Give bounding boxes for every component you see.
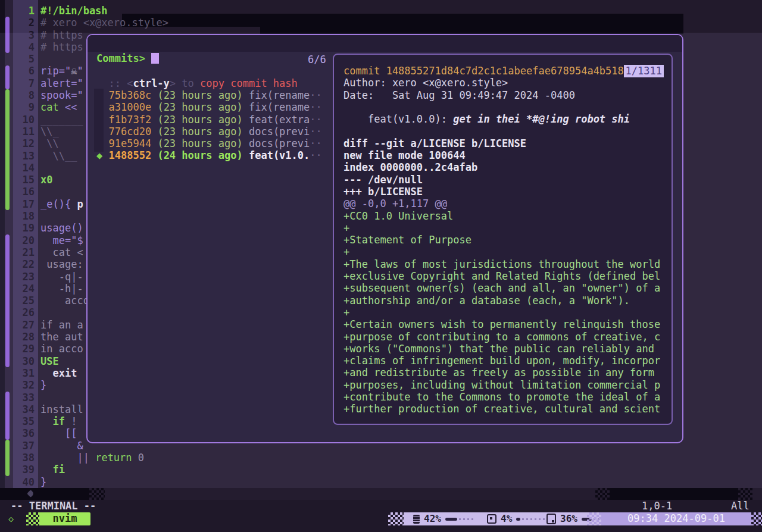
keybind-hint: ctrl-y — [133, 77, 169, 89]
scroll-position: All — [731, 500, 749, 512]
commit-preview-pane: commit 148855271d84c7d2c1c1abeefae678954… — [333, 54, 673, 425]
preview-token: new file mode 100644 — [343, 149, 466, 161]
commit-field: docs(previ — [249, 126, 310, 137]
commit-field: 776cd20 — [108, 126, 151, 137]
commit-row[interactable]: 776cd20 (23 hours ago) docs(previ·· — [96, 126, 329, 137]
commit-field — [151, 101, 157, 113]
commit-field: (24 hours ago) — [157, 149, 242, 161]
commit-row[interactable]: ◆ 1488552 (24 hours ago) feat(v1.0.·· — [96, 149, 329, 161]
commit-field: a31000e — [108, 101, 151, 113]
fzf-prompt[interactable]: Commits> — [96, 52, 159, 65]
cpu-bar — [516, 518, 545, 521]
preview-line: @@ -0,0 +1,117 @@ — [343, 198, 660, 209]
preview-token: +contribute to the Commons to promote th… — [343, 391, 660, 403]
commit-field: f1b73f2 — [108, 114, 151, 126]
keybind-hint: copy commit hash — [200, 77, 298, 89]
commit-row[interactable]: a31000e (23 hours ago) fix(rename·· — [96, 101, 329, 113]
commit-field: 91e5944 — [108, 137, 151, 149]
dither-edge — [388, 512, 404, 525]
preview-line: +++ b/LICENSE — [343, 186, 660, 198]
mem-value: 36% — [560, 513, 577, 525]
line-number: 2 — [13, 17, 35, 29]
preview-content: commit 148855271d84c7d2c1c1abeefae678954… — [343, 65, 660, 415]
commit-field: 75b368c — [108, 89, 151, 101]
commit-field: fix(rename — [249, 101, 310, 113]
terminal-screen: 1#!/bin/bash2# xero <x@xero.style>3# htt… — [0, 0, 762, 532]
commit-field: ·· — [310, 101, 321, 113]
tag-icon — [27, 490, 35, 497]
preview-line: +purpose of contributing to a commons of… — [343, 331, 660, 343]
preview-line — [343, 125, 660, 137]
preview-line: diff --git a/LICENSE b/LICENSE — [343, 137, 660, 149]
preview-token: +++ b/LICENSE — [343, 186, 423, 198]
ram-icon — [413, 515, 420, 524]
line-number: 1 — [13, 5, 35, 17]
preview-token: +CC0 1.0 Universal — [343, 210, 453, 222]
ruler-row: -- TERMINAL -- 1,0-1 All — [0, 500, 762, 512]
keybind-hint: > to — [170, 77, 200, 89]
commit-field: (23 hours ago) — [157, 137, 242, 149]
preview-line: +Certain owners wish to permanently reli… — [343, 318, 660, 330]
commit-field: docs(previ — [249, 137, 310, 149]
commit-field — [243, 89, 249, 101]
editor-line: 1#!/bin/bash — [0, 5, 762, 17]
preview-token: +purposes, including without limitation … — [343, 379, 660, 391]
commit-field: (23 hours ago) — [157, 101, 242, 113]
commit-field: (23 hours ago) — [157, 126, 242, 137]
preview-token: +Certain owners wish to permanently reli… — [343, 318, 660, 330]
preview-token: @@ -0,0 +1,117 @@ — [343, 198, 447, 209]
commit-field: (23 hours ago) — [157, 89, 242, 101]
preview-token: +Statement of Purpose — [343, 234, 471, 246]
keybind-hint: :: < — [96, 77, 133, 89]
fzf-match-counter: 6/6 — [308, 54, 326, 65]
preview-token: + — [343, 306, 349, 318]
preview-token: +purpose of contributing to a commons of… — [343, 331, 660, 343]
preview-line: new file mode 100644 — [343, 149, 660, 161]
preview-token: +and redistribute as freely as possible … — [343, 367, 654, 378]
preview-line: Author: xero <x@xero.style> — [343, 77, 660, 89]
commit-field — [151, 114, 157, 126]
cpu-value: 4% — [501, 513, 512, 525]
commit-field: fix(rename — [249, 89, 310, 101]
preview-line: + — [343, 246, 660, 258]
pointer-spacer — [96, 126, 108, 137]
editor-line: 2# xero <x@xero.style> — [0, 17, 762, 29]
preview-line: --- /dev/null — [343, 174, 660, 186]
commit-field: feat(v1.0. — [249, 149, 310, 161]
mem-icon — [546, 514, 556, 524]
preview-line: +purposes, including without limitation … — [343, 379, 660, 391]
commit-field — [151, 149, 157, 161]
preview-line: commit 148855271d84c7d2c1c1abeefae678954… — [343, 65, 660, 77]
preview-line: + — [343, 222, 660, 234]
cursor-position: 1,0-1 — [642, 500, 672, 512]
preview-scroll-indicator: 1/1311 — [624, 65, 664, 77]
commit-field — [243, 126, 249, 137]
tmux-window-badge[interactable]: nvim — [39, 512, 90, 525]
vpn-segment: vpn — [0, 488, 89, 500]
preview-line: +further production of creative, cultura… — [343, 403, 660, 415]
code-text: # xero <x@xero.style> — [40, 17, 168, 29]
preview-token: Date: Sat Aug 31 09:49:47 2024 -0400 — [343, 89, 575, 101]
preview-token: + — [343, 222, 349, 234]
preview-token: diff --git a/LICENSE b/LICENSE — [343, 137, 526, 149]
commit-row[interactable]: 75b368c (23 hours ago) fix(rename·· — [96, 89, 329, 101]
pointer-spacer — [96, 137, 108, 149]
preview-line: +works ("Commons") that the public can r… — [343, 343, 660, 355]
ram-value: 42% — [424, 513, 441, 525]
metrics-segment: 42% 4% 36% — [404, 512, 601, 525]
preview-token: + — [343, 246, 349, 258]
cpu-icon — [487, 514, 496, 524]
commit-field: ·· — [310, 137, 321, 149]
preview-line: + — [343, 306, 660, 318]
statusline: vpn 1:1 Top unix — [0, 488, 762, 500]
commit-row[interactable]: 91e5944 (23 hours ago) docs(previ·· — [96, 137, 329, 149]
pointer-spacer — [96, 101, 108, 113]
code-text: #!/bin/bash — [40, 5, 108, 17]
preview-line: +CC0 1.0 Universal — [343, 210, 660, 222]
commit-row[interactable]: f1b73f2 (23 hours ago) feat(extra·· — [96, 114, 329, 126]
clock: 09:34 2024-09-01 — [627, 512, 725, 524]
preview-line: +Statement of Purpose — [343, 234, 660, 246]
commit-field — [151, 137, 157, 149]
fzf-prompt-label: Commits> — [96, 52, 145, 64]
ram-bar — [445, 518, 474, 521]
